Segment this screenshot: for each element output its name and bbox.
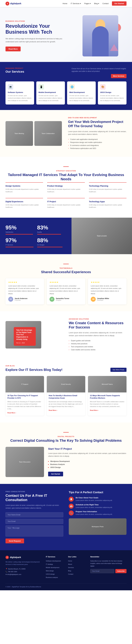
- resource-list-0: Expert guides and tutorials: [69, 339, 126, 342]
- strategy-item-title-2: Technology Planning: [89, 185, 126, 187]
- digital-list: Wordpress Development Business Analysis …: [48, 460, 126, 469]
- stat-bar-0: [6, 234, 33, 234]
- nav-pages[interactable]: Pages ▾: [84, 2, 91, 4]
- testi-avatar-1: ST: [50, 297, 54, 302]
- contact-email-input[interactable]: [6, 519, 63, 524]
- testi-author-info-2: Jonathan Miller Developer: [97, 298, 109, 301]
- tip-content-1: Schedule at the Right Time Lorem ipsum d…: [76, 504, 112, 509]
- services-description: Chose from all our of our Services below…: [71, 68, 126, 73]
- strategy-item-2: Technology Planning Ut All milay & innov…: [89, 182, 126, 195]
- webdev-img-placeholder-2: Team Collaboration: [34, 121, 62, 146]
- stat-label-2: IT Services: [6, 244, 34, 246]
- contact-section: Free Consultations Contact Us For A Free…: [0, 484, 132, 550]
- footer-it-services-list: Software development IT strategy Mobile …: [46, 560, 64, 578]
- nav-blog[interactable]: Blog ▾: [94, 2, 99, 4]
- stats-grid: 95% Satisfaction 83% Quality 97% IT Serv…: [0, 218, 71, 254]
- newsletter-email-input[interactable]: [90, 569, 114, 573]
- stat-value-0: 95%: [6, 224, 34, 231]
- design-icon: 🎨: [100, 84, 106, 90]
- service-card-software: 💻 Software Systems Ut enim ad min veniam…: [6, 82, 34, 104]
- blog-post-title-0: 10 Tips For Choosing An IT Support Provi…: [8, 394, 42, 399]
- contact-title: Contact Us For A Free IT Consultation: [6, 494, 63, 502]
- footer-our-links-title: Our Links: [68, 556, 86, 558]
- webdev-image-1: Team Meeting: [6, 121, 33, 146]
- testi-tag: Testimonials: [6, 267, 126, 269]
- strategy-item-title-1: Product Strategy: [47, 185, 85, 187]
- resources-section: Professional Take Full Advantage of The …: [0, 311, 132, 358]
- services-header: Managed Product Our Services Chose from …: [6, 68, 126, 78]
- blog-post-title-2: 12 Ways Microsoft Teams Supports Frontli…: [90, 394, 124, 399]
- digital-right: Start Your IT Project Lorem ipsum dolor …: [48, 448, 126, 476]
- person-body: [92, 26, 109, 56]
- webdev-description: Lorem ipsum dolor sit amet, consectetur …: [68, 130, 126, 136]
- testi-grid: ★★★★★ Lorem ipsum dolor sit amet, consec…: [6, 278, 126, 304]
- testi-role-1: Designer: [56, 300, 69, 301]
- stat-item-1: 83% Quality: [37, 224, 66, 234]
- resource-overlay-card: Take Full Advantage of The Digital Tools…: [14, 327, 36, 346]
- blog-post-title-1: How To Identify A Business Email Comprom…: [49, 394, 83, 399]
- nav-home[interactable]: Home: [63, 2, 67, 4]
- testi-stars-2: ★★★★★: [91, 281, 124, 283]
- contact-message-input[interactable]: [6, 526, 63, 536]
- newsletter-subscribe-button[interactable]: Subscribe: [115, 569, 126, 573]
- testi-author-2: JM Jonathan Miller Developer: [91, 297, 124, 302]
- footer-it-services: IT Services Software development IT stra…: [46, 556, 64, 580]
- blog-read-more-2[interactable]: Read More ›: [90, 410, 99, 411]
- testi-title: Shared Successful Experiences: [6, 270, 126, 274]
- hero-cta-button[interactable]: Read More: [6, 46, 21, 51]
- footer-links-list: Home About Services Blog Contact: [68, 560, 86, 575]
- blog-cta-button[interactable]: See More Posts: [110, 368, 126, 372]
- contact-name-input[interactable]: [6, 512, 63, 517]
- footer-bottom: © 2024 - DigitalPark Template Art by Bui…: [6, 584, 126, 588]
- stat-label-1: Quality: [37, 231, 66, 233]
- strategy-tag: Strategy Execution: [6, 170, 126, 172]
- logo-text: digitalpark: [10, 2, 21, 5]
- testi-author-1: ST Samantha Turner Designer: [50, 297, 82, 302]
- strategy-item-desc-2: Ut All milay & innovate department routi…: [89, 188, 126, 193]
- contact-submit-button[interactable]: Send Request: [6, 538, 24, 543]
- logo[interactable]: d digitalpark: [6, 2, 21, 6]
- footer-logo[interactable]: d digitalpark: [6, 556, 42, 559]
- digital-divider: [6, 430, 126, 434]
- stat-item-2: 97% IT Services: [6, 237, 34, 247]
- newsletter-form: Subscribe: [90, 569, 126, 573]
- stat-value-2: 97%: [6, 237, 34, 244]
- stat-value-1: 83%: [37, 224, 66, 231]
- nav-cta-button[interactable]: Get Started: [112, 1, 126, 6]
- testi-card-1: ★★★★★ Lorem ipsum dolor sit amet, consec…: [47, 278, 85, 304]
- service-card-design: 🎨 UI/UX Design Ut enim ad min veniam, qu…: [98, 82, 126, 104]
- blog-image-1: Email Security: [47, 376, 85, 392]
- strategy-grid: Design Systems Ut All milay & innovate d…: [6, 182, 126, 211]
- nav-it-services[interactable]: IT Services ▾: [71, 2, 81, 4]
- testi-name-2: Jonathan Miller: [97, 298, 109, 300]
- nav-contact[interactable]: Contact: [102, 2, 109, 4]
- digital-cta-button[interactable]: Get Started: [48, 472, 63, 476]
- blog-read-more-0[interactable]: Read More ›: [8, 412, 16, 414]
- resources-tag: Advanced Solutions: [69, 318, 126, 320]
- services-section: Managed Product Our Services Chose from …: [0, 62, 132, 110]
- stat-item-0: 95% Satisfaction: [6, 224, 34, 234]
- blog-read-more-1[interactable]: Read More ›: [49, 410, 57, 411]
- resource-list-1: Industry best practices: [69, 342, 126, 345]
- footer-newsletter: Newsletter Subscribe to our newsletter f…: [90, 556, 126, 580]
- footer-newsletter-desc: Subscribe to our newsletter for the best…: [90, 560, 126, 568]
- services-cta-button[interactable]: More Services: [111, 74, 126, 78]
- software-icon: 💻: [8, 84, 13, 90]
- contact-description: Lorem ipsum dolor sit amet, consectetur …: [6, 504, 63, 510]
- testi-text-2: Lorem ipsum dolor sit amet, consectetur …: [91, 285, 124, 295]
- tip-content-0: Be Clear About Your Goals Lorem ipsum do…: [76, 497, 112, 502]
- webdev-list-item-2: E-commerce solutions and integrations: [68, 144, 126, 147]
- strategy-item-5: Technology Apps Ut All milay & innovate …: [89, 198, 126, 211]
- tip-icon-0: 📋: [69, 497, 74, 502]
- strategy-item-desc-1: Ut All milay & innovate department routi…: [47, 188, 85, 193]
- testi-role-2: Developer: [97, 300, 109, 301]
- contact-image: Workspace Photo: [69, 518, 126, 535]
- services-header-right: Chose from all our of our Services below…: [71, 68, 126, 78]
- footer-link-ux: UX/UI design: [46, 573, 64, 575]
- stat-label-0: Satisfaction: [6, 231, 34, 233]
- resources-right: Advanced Solutions We Create Content & R…: [69, 318, 126, 351]
- tip-title-1: Schedule at the Right Time: [76, 504, 112, 506]
- strategy-item-1: Product Strategy Ut All milay & innovate…: [47, 182, 85, 195]
- web-icon: 🌐: [69, 84, 75, 90]
- resource-list-3: Case studies and success stories: [69, 348, 126, 351]
